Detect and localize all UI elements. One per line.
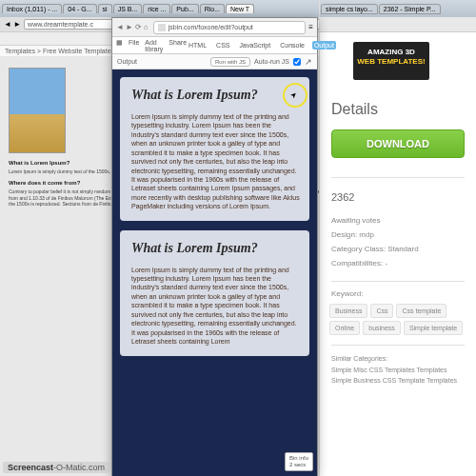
content-card: What is Lorem Ipsum? Lorem Ipsum is simp… xyxy=(120,230,309,356)
similar-link[interactable]: Simple Business CSS Template Templates xyxy=(331,377,457,384)
watermark-text: Screencast xyxy=(8,463,53,472)
menu-icon[interactable]: ≡ xyxy=(308,23,313,31)
right-toolbar xyxy=(320,17,476,32)
panel-js[interactable]: JavaScript xyxy=(238,41,273,50)
meta-line: Awaiting votes xyxy=(331,213,465,228)
watermark-text: -O-Matic.com xyxy=(53,463,105,472)
ad-line: AMAZING 3D xyxy=(353,48,429,57)
panel-output[interactable]: Output xyxy=(312,41,336,50)
meta-line: Compatibilities: - xyxy=(331,256,465,270)
right-tab[interactable]: simple cs layo... xyxy=(321,4,378,14)
jsbin-output-preview: What is Lorem Ipsum? Lorem Ipsum is simp… xyxy=(112,69,317,476)
bg-tab[interactable]: 04 - G... xyxy=(63,4,96,13)
jsbin-url: jsbin.com/foxone/edit?output xyxy=(169,24,253,30)
cursor-highlight-icon xyxy=(283,83,307,108)
autorun-checkbox[interactable] xyxy=(293,58,301,66)
panel-css[interactable]: CSS xyxy=(214,41,231,50)
jsbin-subbar: Output Run with JS Auto-run JS ↗ xyxy=(112,54,317,69)
meta-line: Category Class: Standard xyxy=(331,242,465,256)
bg-tab[interactable]: Pub... xyxy=(171,4,198,13)
bg-tab[interactable]: Inbox (1,011) - ... xyxy=(2,4,62,13)
jsbin-logo-icon[interactable]: ▦ xyxy=(116,39,123,52)
output-label: Output xyxy=(117,58,137,65)
separator xyxy=(331,281,465,282)
content-card: What is Lorem Ipsum? Lorem Ipsum is simp… xyxy=(120,77,309,221)
ad-line: WEB TEMPLATES! xyxy=(357,57,425,66)
tag[interactable]: Css xyxy=(370,304,393,318)
tag[interactable]: Css template xyxy=(396,304,446,318)
similar-block: Similar Categories: Simple Misc CSS Temp… xyxy=(320,351,476,389)
meta-line: Design: mdp xyxy=(331,228,465,242)
bin-info-badge[interactable]: Bin info 2 secs xyxy=(285,452,313,471)
page-icon xyxy=(158,24,166,31)
download-button[interactable]: DOWNLOAD xyxy=(331,129,465,158)
bg-tab[interactable]: rice ... xyxy=(143,4,170,13)
back-icon[interactable]: ◄ xyxy=(116,23,124,31)
separator xyxy=(331,345,465,346)
panel-console[interactable]: Console xyxy=(278,41,307,50)
bin-info-time: 2 secs xyxy=(289,462,308,468)
template-id: 2362 xyxy=(331,188,465,208)
thumbnail-image xyxy=(9,68,66,153)
back-icon[interactable]: ◄ xyxy=(4,20,11,29)
separator xyxy=(331,177,465,178)
tag[interactable]: Online xyxy=(329,321,360,335)
tag[interactable]: Simple template xyxy=(404,321,463,335)
bg-tab[interactable]: Rio... xyxy=(200,4,225,13)
card-body: Lorem Ipsum is simply dummy text of the … xyxy=(131,112,300,211)
card-heading: What is Lorem Ipsum? xyxy=(131,87,300,105)
run-js-button[interactable]: Run with JS xyxy=(210,57,250,67)
home-icon[interactable]: ⌂ xyxy=(144,23,149,31)
details-heading: Details xyxy=(320,89,476,129)
panel-html[interactable]: HTML xyxy=(187,41,208,50)
bg-tab[interactable]: si xyxy=(98,4,112,13)
jsbin-address-bar[interactable]: jsbin.com/foxone/edit?output xyxy=(153,21,307,34)
reload-icon[interactable]: ⟳ xyxy=(135,23,142,31)
share-menu[interactable]: Share xyxy=(169,39,187,52)
ad-banner[interactable]: AMAZING 3D WEB TEMPLATES! xyxy=(353,42,429,80)
jsbin-menu: ▦ File Add library Share HTML CSS JavaSc… xyxy=(112,37,317,54)
card-heading: What is Lorem Ipsum? xyxy=(131,240,300,258)
tag[interactable]: Business xyxy=(329,304,367,318)
fwd-icon[interactable]: ► xyxy=(126,23,133,31)
addlib-menu[interactable]: Add library xyxy=(145,39,163,52)
fwd-icon[interactable]: ► xyxy=(13,20,21,29)
popout-icon[interactable]: ↗ xyxy=(305,57,312,67)
right-tab-strip: simple cs layo... 2362 - Simple P... xyxy=(320,0,476,17)
jsbin-popup-window: ◄ ► ⟳ ⌂ jsbin.com/foxone/edit?output ≡ ▦… xyxy=(111,17,318,476)
bin-info-label: Bin info xyxy=(289,455,308,462)
right-browser-panel: simple cs layo... 2362 - Simple P... AMA… xyxy=(319,0,476,476)
similar-heading: Similar Categories: xyxy=(331,353,465,365)
bg-tab[interactable]: New T xyxy=(226,4,254,13)
watermark: Screencast-O-Matic.com xyxy=(3,462,109,473)
meta-block: 2362 Awaiting votes Design: mdp Category… xyxy=(320,184,476,275)
autorun-label: Auto-run JS xyxy=(254,58,289,65)
keyword-tags: Business Css Css template Online busines… xyxy=(320,300,476,339)
card-body: Lorem Ipsum is simply dummy text of the … xyxy=(131,266,300,347)
right-tab[interactable]: 2362 - Simple P... xyxy=(379,4,441,14)
keyword-heading: Keyword: xyxy=(320,288,476,300)
file-menu[interactable]: File xyxy=(129,39,139,52)
bg-tab[interactable]: JS B... xyxy=(113,4,143,13)
jsbin-address-bar-row: ◄ ► ⟳ ⌂ jsbin.com/foxone/edit?output ≡ xyxy=(112,18,317,37)
similar-link[interactable]: Simple Misc CSS Templates Templates xyxy=(331,367,447,373)
tag[interactable]: business xyxy=(363,321,401,335)
